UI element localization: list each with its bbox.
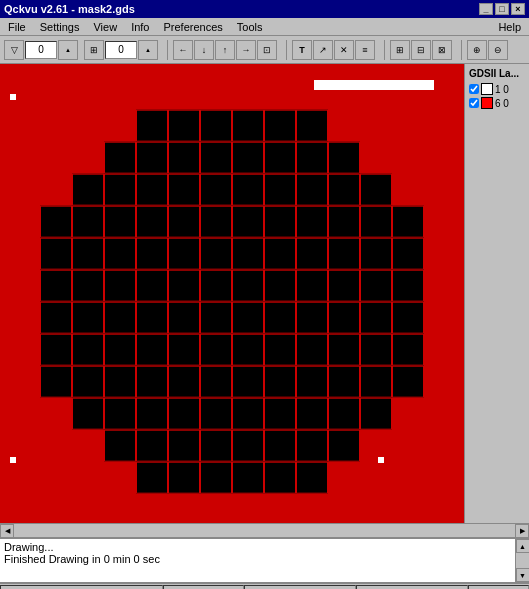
grid-cell-4-2 bbox=[104, 237, 136, 269]
grid-cell-2-8 bbox=[296, 173, 328, 205]
hscroll-track[interactable] bbox=[14, 524, 515, 538]
toolbar-icon-2[interactable]: ⊞ bbox=[84, 40, 104, 60]
hscroll-right[interactable]: ▶ bbox=[515, 524, 529, 538]
grid-cell-7-9 bbox=[328, 333, 360, 365]
toolbar-arrow-icon[interactable]: ↗ bbox=[313, 40, 333, 60]
grid-cell-11-2 bbox=[104, 461, 136, 493]
hscroll-left[interactable]: ◀ bbox=[0, 524, 14, 538]
grid-cell-5-4 bbox=[168, 269, 200, 301]
log-scroll-down[interactable]: ▼ bbox=[516, 568, 530, 582]
grid-cell-0-9 bbox=[328, 109, 360, 141]
menu-preferences[interactable]: Preferences bbox=[158, 20, 229, 34]
grid-cell-6-1 bbox=[72, 301, 104, 333]
grid-cell-5-9 bbox=[328, 269, 360, 301]
toolbar-zoom-in-icon[interactable]: ⊕ bbox=[467, 40, 487, 60]
maximize-button[interactable]: □ bbox=[495, 3, 509, 15]
scale-bar bbox=[314, 80, 434, 90]
grid-cell-4-5 bbox=[200, 237, 232, 269]
grid-row-5 bbox=[40, 269, 424, 301]
toolbar-grid2-icon[interactable]: ⊟ bbox=[411, 40, 431, 60]
grid-cell-9-7 bbox=[264, 397, 296, 429]
grid-cell-3-8 bbox=[296, 205, 328, 237]
grid-cell-6-3 bbox=[136, 301, 168, 333]
grid-cell-11-3 bbox=[136, 461, 168, 493]
minimize-button[interactable]: _ bbox=[479, 3, 493, 15]
toolbar-grid3-icon[interactable]: ⊠ bbox=[432, 40, 452, 60]
grid-cell-3-7 bbox=[264, 205, 296, 237]
grid-cell-3-10 bbox=[360, 205, 392, 237]
grid-cell-2-1 bbox=[72, 173, 104, 205]
grid-cell-5-6 bbox=[232, 269, 264, 301]
log-scroll-up[interactable]: ▲ bbox=[516, 539, 530, 553]
toolbar: ▽ ▲ ⊞ ▲ ← ↓ ↑ → ⊡ T ↗ ✕ ≡ ⊞ ⊟ ⊠ ⊕ ⊖ bbox=[0, 36, 529, 64]
grid-cell-11-4 bbox=[168, 461, 200, 493]
grid-cell-7-4 bbox=[168, 333, 200, 365]
grid-cell-7-8 bbox=[296, 333, 328, 365]
toolbar-nav-3[interactable]: ↑ bbox=[215, 40, 235, 60]
grid-cell-0-2 bbox=[104, 109, 136, 141]
toolbar-input-1[interactable] bbox=[25, 41, 57, 59]
grid-cell-8-6 bbox=[232, 365, 264, 397]
grid-cell-2-3 bbox=[136, 173, 168, 205]
menu-settings[interactable]: Settings bbox=[34, 20, 86, 34]
grid-cell-1-2 bbox=[104, 141, 136, 173]
toolbar-spinner-up-1[interactable]: ▲ bbox=[58, 40, 78, 60]
toolbar-zoom-out-icon[interactable]: ⊖ bbox=[488, 40, 508, 60]
grid-cell-6-5 bbox=[200, 301, 232, 333]
corner-dot-tl bbox=[10, 94, 16, 100]
grid-cell-0-11 bbox=[392, 109, 424, 141]
toolbar-nav-5[interactable]: ⊡ bbox=[257, 40, 277, 60]
toolbar-list-icon[interactable]: ≡ bbox=[355, 40, 375, 60]
grid-cell-3-11 bbox=[392, 205, 424, 237]
grid-cell-10-1 bbox=[72, 429, 104, 461]
toolbar-group-text: T ↗ ✕ ≡ bbox=[292, 40, 375, 60]
grid-row-7 bbox=[40, 333, 424, 365]
toolbar-sep-4 bbox=[461, 40, 462, 60]
toolbar-nav-4[interactable]: → bbox=[236, 40, 256, 60]
grid-cell-3-5 bbox=[200, 205, 232, 237]
grid-cell-8-4 bbox=[168, 365, 200, 397]
grid-row-10 bbox=[40, 429, 424, 461]
grid-cell-2-5 bbox=[200, 173, 232, 205]
log-line-2: Finished Drawing in 0 min 0 sec bbox=[4, 553, 525, 565]
toolbar-filter-icon[interactable]: ▽ bbox=[4, 40, 24, 60]
toolbar-group-1: ▽ ▲ bbox=[4, 40, 78, 60]
grid-cell-4-7 bbox=[264, 237, 296, 269]
menu-file[interactable]: File bbox=[2, 20, 32, 34]
grid-cell-3-0 bbox=[40, 205, 72, 237]
grid-cell-1-4 bbox=[168, 141, 200, 173]
grid-cell-5-2 bbox=[104, 269, 136, 301]
layer-1-label: 1 0 bbox=[495, 84, 509, 95]
canvas-area[interactable] bbox=[0, 64, 464, 523]
grid-cell-6-7 bbox=[264, 301, 296, 333]
menu-view[interactable]: View bbox=[87, 20, 123, 34]
toolbar-grid-icon[interactable]: ⊞ bbox=[390, 40, 410, 60]
grid-cell-1-3 bbox=[136, 141, 168, 173]
layer-1-checkbox[interactable] bbox=[469, 84, 479, 94]
toolbar-input-2[interactable] bbox=[105, 41, 137, 59]
status-bar: For help, move mouse TOP 102.7397 78.082… bbox=[0, 583, 529, 589]
toolbar-text-icon[interactable]: T bbox=[292, 40, 312, 60]
toolbar-nav-2[interactable]: ↓ bbox=[194, 40, 214, 60]
status-y: 78.0822 bbox=[356, 585, 468, 590]
toolbar-x-icon[interactable]: ✕ bbox=[334, 40, 354, 60]
menu-tools[interactable]: Tools bbox=[231, 20, 269, 34]
grid-cell-0-10 bbox=[360, 109, 392, 141]
grid-cell-4-1 bbox=[72, 237, 104, 269]
status-x: 102.7397 bbox=[244, 585, 356, 590]
grid-cell-11-1 bbox=[72, 461, 104, 493]
grid-cell-2-11 bbox=[392, 173, 424, 205]
toolbar-group-2: ⊞ ▲ bbox=[84, 40, 158, 60]
toolbar-nav-1[interactable]: ← bbox=[173, 40, 193, 60]
layer-2-checkbox[interactable] bbox=[469, 98, 479, 108]
grid-cell-6-0 bbox=[40, 301, 72, 333]
grid-cell-0-4 bbox=[168, 109, 200, 141]
grid-cell-2-2 bbox=[104, 173, 136, 205]
menu-info[interactable]: Info bbox=[125, 20, 155, 34]
grid-cell-9-2 bbox=[104, 397, 136, 429]
menu-help[interactable]: Help bbox=[492, 20, 527, 34]
close-button[interactable]: × bbox=[511, 3, 525, 15]
grid-cell-11-6 bbox=[232, 461, 264, 493]
grid-cell-4-9 bbox=[328, 237, 360, 269]
toolbar-spinner-up-2[interactable]: ▲ bbox=[138, 40, 158, 60]
